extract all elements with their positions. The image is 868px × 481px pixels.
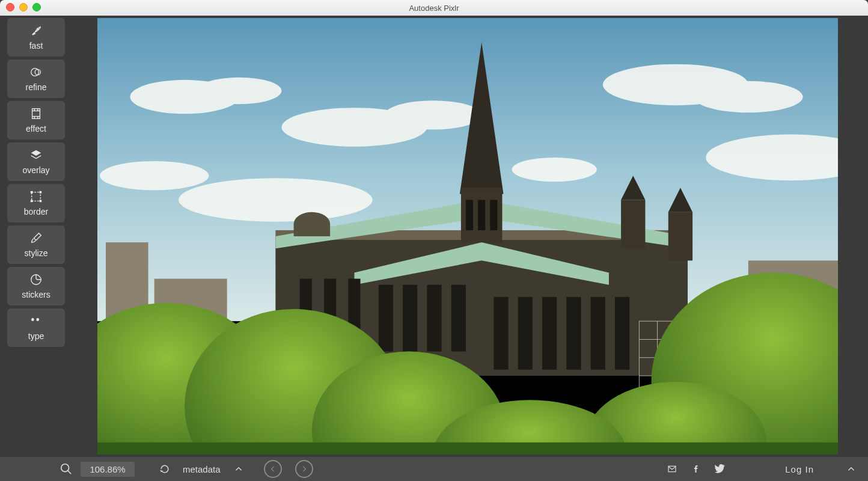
refine-icon [29, 66, 43, 79]
svg-rect-11 [31, 191, 33, 194]
svg-rect-37 [403, 285, 417, 352]
svg-point-19 [385, 100, 481, 129]
svg-rect-10 [32, 192, 41, 201]
close-window-button[interactable] [6, 3, 14, 11]
sticker-icon [29, 273, 43, 286]
tool-label: stickers [22, 290, 50, 299]
zoom-window-button[interactable] [32, 3, 41, 11]
rocket-icon [29, 24, 43, 37]
svg-rect-48 [466, 200, 473, 230]
canvas-area [67, 16, 868, 457]
svg-point-17 [197, 78, 281, 104]
window-title: Autodesk Pixlr [0, 4, 868, 13]
share-twitter-button[interactable] [711, 459, 730, 479]
metadata-expand-button[interactable] [229, 459, 248, 479]
rotate-button[interactable] [155, 459, 174, 479]
bottom-bar: 106.86% metadata Log In [0, 457, 868, 481]
svg-point-24 [179, 178, 373, 222]
tool-type[interactable]: type [7, 308, 65, 347]
svg-rect-43 [566, 297, 581, 370]
tool-label: border [24, 207, 48, 216]
svg-rect-38 [427, 285, 441, 352]
svg-rect-50 [490, 200, 497, 230]
tool-stylize[interactable]: stylize [7, 225, 65, 264]
svg-rect-39 [451, 285, 466, 352]
tool-label: overlay [22, 165, 49, 175]
image-canvas[interactable] [97, 18, 838, 455]
brush-icon [29, 231, 43, 245]
tool-refine[interactable]: refine [7, 60, 65, 98]
tool-label: refine [25, 82, 46, 92]
svg-point-23 [512, 158, 597, 182]
svg-rect-41 [518, 297, 533, 370]
tool-border[interactable]: border [7, 184, 65, 222]
tool-stickers[interactable]: stickers [7, 267, 65, 305]
svg-rect-49 [478, 200, 485, 230]
login-button[interactable]: Log In [781, 464, 818, 474]
svg-rect-44 [591, 297, 605, 370]
quote-icon [28, 314, 44, 328]
share-email-button[interactable] [662, 459, 682, 479]
svg-rect-12 [40, 191, 42, 194]
app-frame: fast refine effect overlay [0, 16, 868, 481]
svg-rect-45 [615, 297, 629, 370]
prev-image-button[interactable] [264, 460, 282, 478]
svg-rect-36 [379, 285, 393, 352]
svg-point-0 [37, 28, 38, 29]
svg-rect-14 [40, 200, 42, 203]
svg-rect-40 [494, 297, 508, 370]
panel-expand-button[interactable] [842, 459, 861, 479]
tool-fast[interactable]: fast [7, 18, 65, 57]
tool-label: stylize [25, 248, 48, 258]
workspace: fast refine effect overlay [0, 16, 868, 457]
minimize-window-button[interactable] [19, 3, 28, 11]
svg-line-70 [68, 471, 72, 474]
svg-point-25 [100, 161, 209, 190]
next-image-button[interactable] [295, 460, 313, 478]
svg-rect-51 [668, 212, 692, 261]
tool-label: type [28, 331, 44, 341]
layers-icon [29, 149, 43, 162]
titlebar: Autodesk Pixlr [0, 0, 868, 16]
svg-rect-53 [621, 200, 645, 249]
tool-label: fast [29, 41, 43, 51]
share-facebook-button[interactable] [686, 459, 706, 479]
svg-rect-42 [542, 297, 557, 370]
tool-overlay[interactable]: overlay [7, 142, 65, 181]
tool-label: effect [26, 124, 46, 133]
border-icon [29, 190, 43, 203]
tool-sidebar: fast refine effect overlay [0, 16, 67, 457]
svg-rect-13 [31, 200, 33, 203]
svg-rect-3 [32, 109, 40, 119]
svg-point-21 [694, 81, 802, 112]
zoom-tool-button[interactable] [57, 459, 76, 479]
tool-effect[interactable]: effect [7, 101, 65, 139]
window-controls [6, 3, 41, 11]
svg-point-2 [35, 69, 40, 75]
svg-rect-68 [97, 443, 838, 455]
zoom-value[interactable]: 106.86% [81, 462, 135, 477]
filmstrip-icon [29, 107, 43, 120]
metadata-button[interactable]: metadata [179, 464, 224, 474]
svg-point-69 [61, 464, 69, 472]
